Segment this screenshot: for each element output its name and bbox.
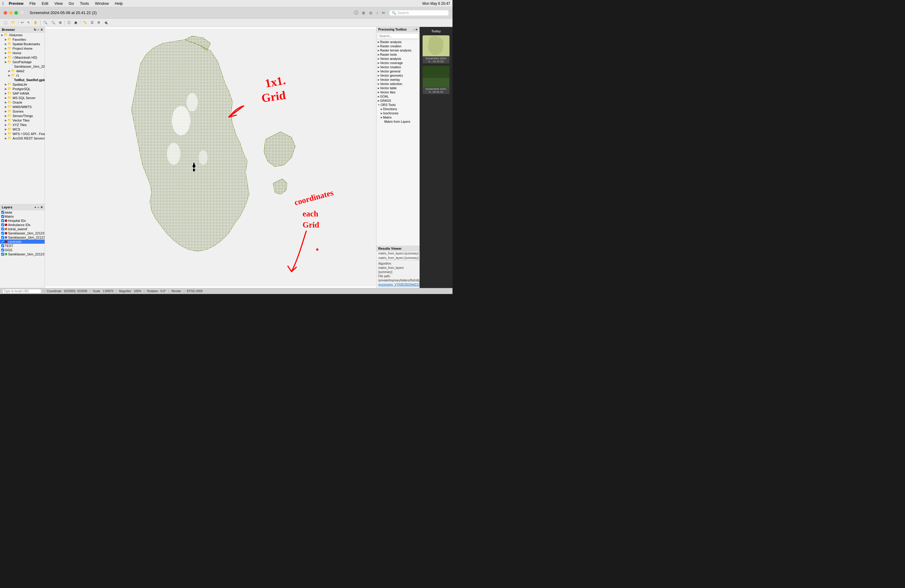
processing-tree-item[interactable]: ▶Vector table (376, 86, 419, 90)
layer-visibility-check[interactable] (1, 211, 4, 214)
browser-tree-item[interactable]: ▶📁MS SQL Server (0, 95, 44, 100)
sidebar-toggle-icon[interactable]: ⬜ (21, 11, 25, 15)
menu-file[interactable]: File (28, 1, 37, 6)
tb-pan[interactable]: ✋ (32, 20, 39, 25)
browser-tree-item[interactable]: ▶📁/ (Macintosh HD) (0, 55, 44, 60)
close-button[interactable] (3, 11, 7, 15)
layer-visibility-check[interactable] (1, 236, 4, 239)
browser-tree-item[interactable]: ▶📁/Volumes (0, 33, 44, 37)
tb-layers[interactable]: ☰ (89, 20, 95, 25)
proc-minimize-icon[interactable]: − (413, 28, 415, 31)
layer-visibility-check[interactable] (1, 215, 4, 218)
processing-tree-item[interactable]: ▶Vector general (376, 69, 419, 73)
layer-item[interactable]: aaaa (0, 210, 44, 215)
processing-tree-item[interactable]: ▶Isochrones (376, 111, 419, 115)
tb-zoom-in[interactable]: 🔍 (42, 20, 49, 25)
zoom-in-icon[interactable]: ⊕ (362, 11, 365, 15)
zoom-out-icon[interactable]: ⊖ (369, 11, 373, 15)
layer-visibility-check[interactable] (1, 253, 4, 256)
processing-tree-item[interactable]: ▶Raster tools (376, 52, 419, 57)
processing-search-input[interactable] (377, 33, 419, 39)
layer-item[interactable]: totrat_sweref (0, 227, 44, 231)
processing-tree-item[interactable]: ▶Vector analysis (376, 57, 419, 61)
screenshot-thumb-2[interactable]: Screenshot 2024-0...20.41.22 (422, 66, 449, 94)
browser-refresh-icon[interactable]: ↻ (34, 28, 36, 32)
menu-view[interactable]: View (53, 1, 64, 6)
layer-visibility-check[interactable] (1, 232, 4, 235)
tb-plugins[interactable]: 🔌 (102, 20, 110, 25)
layer-visibility-check[interactable] (1, 223, 4, 226)
maximize-button[interactable] (14, 11, 18, 15)
search-box[interactable]: 🔍 Search (389, 10, 449, 16)
layer-item[interactable]: GGG (0, 248, 44, 252)
browser-tree-item[interactable]: ▶📁Oracle (0, 100, 44, 105)
browser-tree-item[interactable]: 📄TotRut_SweRef.gpkg (0, 78, 44, 82)
layer-visibility-check[interactable] (1, 244, 4, 247)
browser-tree-item[interactable]: ▶📁WMS/WMTS (0, 105, 44, 109)
browser-tree-item[interactable]: ▶📁data2 (0, 68, 44, 73)
info-icon[interactable]: ⓘ (354, 10, 358, 16)
tb-undo[interactable]: ↩ (19, 20, 25, 25)
minimize-button[interactable] (9, 11, 13, 15)
browser-tree-item[interactable]: 📄Sarsklasser_1km_221231.gpkg (0, 64, 44, 68)
processing-tree-item[interactable]: ▶Directions (376, 107, 419, 111)
processing-tree-item[interactable]: ▶GOAL (376, 94, 419, 99)
screenshot-thumb-1[interactable]: Screenshot 2024-0....41.22 (2) (422, 35, 449, 64)
browser-tree-item[interactable]: ▶📁Spatial Bookmarks (0, 41, 44, 46)
layer-visibility-check[interactable] (1, 227, 4, 230)
processing-tree-item[interactable]: ▶Vector tiles (376, 90, 419, 94)
tb-identify[interactable]: ⓘ (66, 20, 72, 25)
browser-tree-item[interactable]: ▶📁Home (0, 51, 44, 55)
menu-tools[interactable]: Tools (79, 1, 90, 6)
processing-tree-item[interactable]: ▼ORS Tools (376, 103, 419, 107)
browser-collapse-icon[interactable]: − (37, 28, 39, 32)
processing-tree-item[interactable]: ▶Raster creation (376, 44, 419, 48)
layer-item[interactable]: Ambulance IDs (0, 223, 44, 227)
browser-tree-item[interactable]: ▶📁GeoPackage (0, 60, 44, 64)
menu-help[interactable]: Help (114, 1, 124, 6)
browser-tree-item[interactable]: ▶📁SpatiaLite (0, 82, 44, 86)
tb-select[interactable]: ▣ (73, 20, 79, 25)
layers-add-icon[interactable]: + (35, 206, 36, 209)
browser-tree-item[interactable]: ▶📁Project Home (0, 46, 44, 51)
browser-tree-item[interactable]: ▶📁Scenes (0, 109, 44, 113)
processing-tree-item[interactable]: ▶Raster analysis (376, 40, 419, 44)
processing-tree-item[interactable]: ▶GRASS (376, 99, 419, 103)
tb-zoom-full[interactable]: ⊞ (57, 20, 63, 25)
layer-item[interactable]: TEST (0, 244, 44, 248)
locate-input[interactable] (2, 289, 41, 293)
layer-item[interactable]: centroids (0, 240, 44, 244)
markup-icon[interactable]: ✏ (382, 11, 386, 15)
results-item-2[interactable]: matrix_from_layers [summary] [02:51:00..… (376, 256, 419, 260)
processing-tree-item[interactable]: Matrix from Layers (376, 119, 419, 124)
processing-tree-item[interactable]: ▶Raster terrain analysis (376, 48, 419, 52)
processing-tree-item[interactable]: ▶Vector selection (376, 82, 419, 86)
menu-edit[interactable]: Edit (40, 1, 49, 6)
browser-tree-item[interactable]: ▶📁Favorites (0, 37, 44, 41)
layer-visibility-check[interactable] (1, 219, 4, 222)
processing-tree-item[interactable]: ▶Vector coverage (376, 61, 419, 65)
layer-visibility-check[interactable] (1, 248, 4, 251)
tb-measure[interactable]: 📏 (81, 20, 89, 25)
tb-open[interactable]: 📁 (10, 20, 17, 25)
browser-tree-item[interactable]: ▶📁r1 (0, 73, 44, 78)
processing-tree-item[interactable]: ▶Vector creation (376, 65, 419, 69)
layers-collapse-icon[interactable]: − (37, 206, 39, 209)
processing-tree-item[interactable]: ▶Vector overlay (376, 78, 419, 82)
browser-close-icon[interactable]: ✕ (40, 28, 43, 32)
layer-item[interactable]: Sarsklasser_1km_221231 (0, 231, 44, 235)
layers-close-icon[interactable]: ✕ (40, 206, 43, 209)
processing-tree-item[interactable]: ▶Matrix (376, 115, 419, 119)
browser-tree-item[interactable]: ▶📁XYZ Tiles (0, 122, 44, 127)
map-area[interactable]: 1x1. Grid coordinates each Grid (45, 27, 376, 288)
processing-tree-item[interactable]: ▶Vector geometry (376, 73, 419, 78)
layer-item[interactable]: Hospital IDs (0, 219, 44, 223)
browser-tree-item[interactable]: ▶📁WCS (0, 127, 44, 132)
proc-close-icon[interactable]: ✕ (415, 28, 418, 31)
browser-tree-item[interactable]: ▶📁Vector Tiles (0, 118, 44, 122)
menu-go[interactable]: Go (68, 1, 75, 6)
share-icon[interactable]: ↑ (376, 11, 378, 15)
browser-tree-item[interactable]: ▶📁SensorThings (0, 113, 44, 118)
tb-pointer[interactable]: ↖ (26, 20, 32, 25)
tb-zoom-out[interactable]: 🔍 (50, 20, 57, 25)
